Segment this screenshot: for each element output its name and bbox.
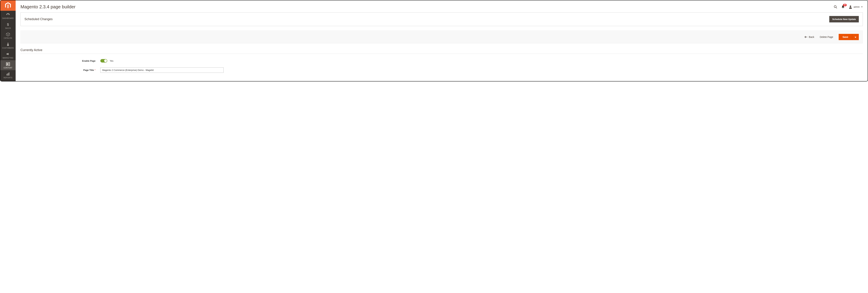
- enable-page-row: Enable Page Yes: [21, 59, 863, 62]
- svg-line-11: [836, 7, 837, 8]
- scheduled-changes-panel: Scheduled Changes Schedule New Update: [21, 12, 863, 26]
- sidebar-label: SALES: [5, 27, 11, 29]
- schedule-new-update-button[interactable]: Schedule New Update: [829, 16, 859, 22]
- magento-logo-icon: [5, 2, 11, 9]
- sidebar-item-marketing[interactable]: MARKETING: [0, 50, 16, 60]
- person-icon: [5, 42, 10, 47]
- page-header: Magento 2.3.4 page builder 39 admin ▼: [21, 0, 863, 12]
- sidebar-item-catalog[interactable]: CATALOG: [0, 31, 16, 40]
- notification-badge: 39: [843, 4, 847, 6]
- search-icon: [834, 5, 837, 9]
- sidebar-label: DASHBOARD: [2, 18, 14, 19]
- chevron-down-icon: ▼: [861, 6, 863, 8]
- action-bar: Back Delete Page Save: [21, 31, 863, 43]
- svg-text:$: $: [7, 23, 9, 26]
- admin-sidebar: DASHBOARD $ SALES CATALOG CUSTOMERS MARK…: [0, 0, 16, 81]
- magento-logo[interactable]: [0, 0, 16, 11]
- section-title: Currently Active: [21, 48, 863, 54]
- svg-point-1: [7, 43, 8, 44]
- sidebar-item-content[interactable]: CONTENT: [0, 60, 16, 70]
- sidebar-item-dashboard[interactable]: DASHBOARD: [0, 11, 16, 21]
- megaphone-icon: [5, 52, 10, 56]
- user-menu[interactable]: admin ▼: [849, 5, 863, 9]
- enable-page-toggle[interactable]: [100, 59, 107, 62]
- search-button[interactable]: [834, 5, 837, 9]
- page-title-input[interactable]: [100, 67, 224, 73]
- sidebar-label: CUSTOMERS: [2, 47, 14, 49]
- required-indicator: *: [95, 69, 95, 71]
- enable-page-label: Enable Page: [21, 60, 100, 62]
- scheduled-changes-title: Scheduled Changes: [25, 18, 53, 21]
- sidebar-label: CONTENT: [4, 67, 12, 69]
- content-icon: [5, 62, 10, 66]
- sidebar-label: MARKETING: [3, 57, 13, 59]
- notifications-button[interactable]: 39: [841, 5, 844, 9]
- bar-chart-icon: [5, 72, 10, 76]
- save-button[interactable]: Save: [839, 34, 852, 40]
- svg-rect-7: [7, 74, 7, 76]
- page-title-label: Page Title*: [21, 69, 100, 71]
- user-icon: [849, 5, 852, 9]
- svg-rect-8: [8, 73, 8, 76]
- enable-page-value: Yes: [110, 60, 113, 62]
- toggle-knob: [104, 59, 107, 62]
- page-title-row: Page Title*: [21, 67, 863, 73]
- arrow-left-icon: [805, 36, 807, 38]
- back-button[interactable]: Back: [805, 36, 814, 38]
- header-actions: 39 admin ▼: [834, 5, 863, 9]
- sidebar-item-sales[interactable]: $ SALES: [0, 21, 16, 31]
- main-content: Magento 2.3.4 page builder 39 admin ▼ Sc…: [16, 0, 868, 81]
- dollar-icon: $: [5, 22, 10, 27]
- svg-rect-3: [7, 63, 8, 65]
- page-title: Magento 2.3.4 page builder: [21, 4, 75, 9]
- save-dropdown-button[interactable]: [852, 34, 859, 40]
- sidebar-item-reports[interactable]: REPORTS: [0, 70, 16, 80]
- chevron-down-icon: [855, 37, 856, 38]
- delete-page-button[interactable]: Delete Page: [820, 36, 833, 38]
- save-button-group: Save: [839, 34, 859, 40]
- svg-rect-9: [9, 72, 9, 76]
- sidebar-label: REPORTS: [4, 77, 12, 79]
- back-label: Back: [809, 36, 814, 38]
- sidebar-item-customers[interactable]: CUSTOMERS: [0, 40, 16, 50]
- svg-point-12: [850, 5, 851, 7]
- dashboard-icon: [5, 12, 10, 17]
- svg-point-10: [834, 5, 836, 8]
- box-icon: [5, 32, 10, 36]
- user-label: admin: [854, 5, 860, 8]
- sidebar-label: CATALOG: [4, 37, 12, 39]
